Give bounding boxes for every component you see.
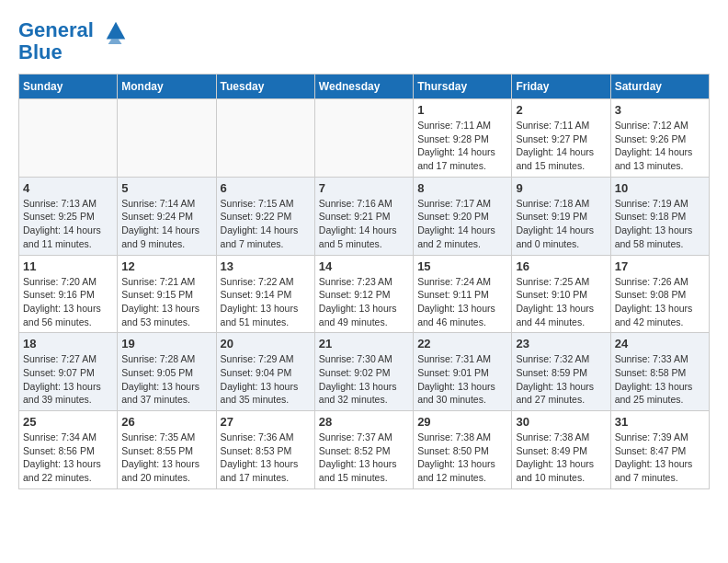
logo-icon xyxy=(103,18,129,44)
day-info: Sunrise: 7:27 AM Sunset: 9:07 PM Dayligh… xyxy=(23,352,113,407)
calendar-cell: 26Sunrise: 7:35 AM Sunset: 8:55 PM Dayli… xyxy=(118,411,216,489)
weekday-header-row: SundayMondayTuesdayWednesdayThursdayFrid… xyxy=(19,75,710,99)
day-number: 8 xyxy=(417,181,507,195)
day-info: Sunrise: 7:15 AM Sunset: 9:22 PM Dayligh… xyxy=(221,197,311,251)
weekday-header-sunday: Sunday xyxy=(19,75,118,99)
day-info: Sunrise: 7:38 AM Sunset: 8:49 PM Dayligh… xyxy=(516,431,606,485)
calendar-cell: 2Sunrise: 7:11 AM Sunset: 9:27 PM Daylig… xyxy=(512,99,610,178)
weekday-header-thursday: Thursday xyxy=(414,75,512,99)
calendar-cell: 14Sunrise: 7:23 AM Sunset: 9:12 PM Dayli… xyxy=(314,255,413,333)
day-info: Sunrise: 7:26 AM Sunset: 9:08 PM Dayligh… xyxy=(615,275,705,329)
calendar-cell: 22Sunrise: 7:31 AM Sunset: 9:01 PM Dayli… xyxy=(414,333,512,411)
day-info: Sunrise: 7:39 AM Sunset: 8:47 PM Dayligh… xyxy=(615,431,705,485)
day-number: 18 xyxy=(23,337,113,350)
calendar-cell: 31Sunrise: 7:39 AM Sunset: 8:47 PM Dayli… xyxy=(610,411,709,489)
day-info: Sunrise: 7:11 AM Sunset: 9:28 PM Dayligh… xyxy=(417,119,507,173)
day-info: Sunrise: 7:37 AM Sunset: 8:52 PM Dayligh… xyxy=(319,431,409,485)
calendar-week-5: 25Sunrise: 7:34 AM Sunset: 8:56 PM Dayli… xyxy=(19,411,710,489)
day-number: 10 xyxy=(615,181,705,195)
day-number: 31 xyxy=(615,415,705,429)
day-number: 20 xyxy=(221,337,311,350)
day-info: Sunrise: 7:12 AM Sunset: 9:26 PM Dayligh… xyxy=(615,119,705,173)
calendar-cell: 16Sunrise: 7:25 AM Sunset: 9:10 PM Dayli… xyxy=(512,255,610,333)
calendar-cell: 15Sunrise: 7:24 AM Sunset: 9:11 PM Dayli… xyxy=(414,255,512,333)
day-info: Sunrise: 7:25 AM Sunset: 9:10 PM Dayligh… xyxy=(516,275,606,329)
day-info: Sunrise: 7:38 AM Sunset: 8:50 PM Dayligh… xyxy=(417,431,507,485)
calendar-cell: 28Sunrise: 7:37 AM Sunset: 8:52 PM Dayli… xyxy=(314,411,413,489)
weekday-header-tuesday: Tuesday xyxy=(216,75,314,99)
day-info: Sunrise: 7:36 AM Sunset: 8:53 PM Dayligh… xyxy=(221,431,311,485)
day-number: 25 xyxy=(23,415,113,429)
day-info: Sunrise: 7:24 AM Sunset: 9:11 PM Dayligh… xyxy=(417,275,507,329)
weekday-header-monday: Monday xyxy=(118,75,216,99)
day-number: 1 xyxy=(417,103,507,117)
page-header: General Blue xyxy=(18,18,710,64)
calendar-week-1: 1Sunrise: 7:11 AM Sunset: 9:28 PM Daylig… xyxy=(19,99,710,178)
calendar-cell: 21Sunrise: 7:30 AM Sunset: 9:02 PM Dayli… xyxy=(314,333,413,411)
calendar-cell: 20Sunrise: 7:29 AM Sunset: 9:04 PM Dayli… xyxy=(216,333,314,411)
calendar-cell xyxy=(216,99,314,178)
day-info: Sunrise: 7:13 AM Sunset: 9:25 PM Dayligh… xyxy=(23,197,113,251)
day-number: 13 xyxy=(221,259,311,273)
weekday-header-wednesday: Wednesday xyxy=(314,75,413,99)
day-number: 7 xyxy=(319,181,409,195)
day-number: 26 xyxy=(121,415,211,429)
day-number: 11 xyxy=(23,259,113,273)
day-number: 19 xyxy=(121,337,211,350)
calendar-cell: 8Sunrise: 7:17 AM Sunset: 9:20 PM Daylig… xyxy=(414,177,512,255)
day-number: 17 xyxy=(615,259,705,273)
calendar-cell: 30Sunrise: 7:38 AM Sunset: 8:49 PM Dayli… xyxy=(512,411,610,489)
day-number: 28 xyxy=(319,415,409,429)
day-info: Sunrise: 7:20 AM Sunset: 9:16 PM Dayligh… xyxy=(23,275,113,329)
day-number: 27 xyxy=(221,415,311,429)
day-info: Sunrise: 7:23 AM Sunset: 9:12 PM Dayligh… xyxy=(319,275,409,329)
calendar-cell: 25Sunrise: 7:34 AM Sunset: 8:56 PM Dayli… xyxy=(19,411,118,489)
day-number: 15 xyxy=(417,259,507,273)
calendar-cell: 9Sunrise: 7:18 AM Sunset: 9:19 PM Daylig… xyxy=(512,177,610,255)
calendar-week-4: 18Sunrise: 7:27 AM Sunset: 9:07 PM Dayli… xyxy=(19,333,710,411)
calendar-week-2: 4Sunrise: 7:13 AM Sunset: 9:25 PM Daylig… xyxy=(19,177,710,255)
day-info: Sunrise: 7:29 AM Sunset: 9:04 PM Dayligh… xyxy=(221,352,311,407)
svg-marker-0 xyxy=(107,22,126,40)
calendar-table: SundayMondayTuesdayWednesdayThursdayFrid… xyxy=(18,74,710,489)
day-info: Sunrise: 7:34 AM Sunset: 8:56 PM Dayligh… xyxy=(23,431,113,485)
day-info: Sunrise: 7:30 AM Sunset: 9:02 PM Dayligh… xyxy=(319,352,409,407)
day-number: 29 xyxy=(417,415,507,429)
logo: General Blue xyxy=(18,18,129,64)
day-info: Sunrise: 7:22 AM Sunset: 9:14 PM Dayligh… xyxy=(221,275,311,329)
day-info: Sunrise: 7:19 AM Sunset: 9:18 PM Dayligh… xyxy=(615,197,705,251)
day-number: 9 xyxy=(516,181,606,195)
day-number: 24 xyxy=(615,337,705,350)
day-number: 6 xyxy=(221,181,311,195)
calendar-cell: 6Sunrise: 7:15 AM Sunset: 9:22 PM Daylig… xyxy=(216,177,314,255)
calendar-cell: 7Sunrise: 7:16 AM Sunset: 9:21 PM Daylig… xyxy=(314,177,413,255)
calendar-cell: 5Sunrise: 7:14 AM Sunset: 9:24 PM Daylig… xyxy=(118,177,216,255)
day-number: 4 xyxy=(23,181,113,195)
day-info: Sunrise: 7:11 AM Sunset: 9:27 PM Dayligh… xyxy=(516,119,606,173)
calendar-cell: 18Sunrise: 7:27 AM Sunset: 9:07 PM Dayli… xyxy=(19,333,118,411)
day-info: Sunrise: 7:33 AM Sunset: 8:58 PM Dayligh… xyxy=(615,352,705,407)
day-number: 23 xyxy=(516,337,606,350)
day-number: 5 xyxy=(121,181,211,195)
day-number: 2 xyxy=(516,103,606,117)
calendar-cell xyxy=(118,99,216,178)
logo-general: General xyxy=(18,18,94,41)
calendar-cell: 24Sunrise: 7:33 AM Sunset: 8:58 PM Dayli… xyxy=(610,333,709,411)
day-number: 3 xyxy=(615,103,705,117)
calendar-cell xyxy=(19,99,118,178)
day-info: Sunrise: 7:14 AM Sunset: 9:24 PM Dayligh… xyxy=(121,197,211,251)
calendar-cell: 11Sunrise: 7:20 AM Sunset: 9:16 PM Dayli… xyxy=(19,255,118,333)
day-info: Sunrise: 7:28 AM Sunset: 9:05 PM Dayligh… xyxy=(121,352,211,407)
day-info: Sunrise: 7:21 AM Sunset: 9:15 PM Dayligh… xyxy=(121,275,211,329)
day-info: Sunrise: 7:35 AM Sunset: 8:55 PM Dayligh… xyxy=(121,431,211,485)
weekday-header-saturday: Saturday xyxy=(610,75,709,99)
calendar-cell: 29Sunrise: 7:38 AM Sunset: 8:50 PM Dayli… xyxy=(414,411,512,489)
day-number: 14 xyxy=(319,259,409,273)
calendar-cell: 13Sunrise: 7:22 AM Sunset: 9:14 PM Dayli… xyxy=(216,255,314,333)
day-number: 30 xyxy=(516,415,606,429)
calendar-cell: 12Sunrise: 7:21 AM Sunset: 9:15 PM Dayli… xyxy=(118,255,216,333)
svg-marker-1 xyxy=(108,39,122,44)
day-number: 22 xyxy=(417,337,507,350)
day-number: 12 xyxy=(121,259,211,273)
day-number: 21 xyxy=(319,337,409,350)
